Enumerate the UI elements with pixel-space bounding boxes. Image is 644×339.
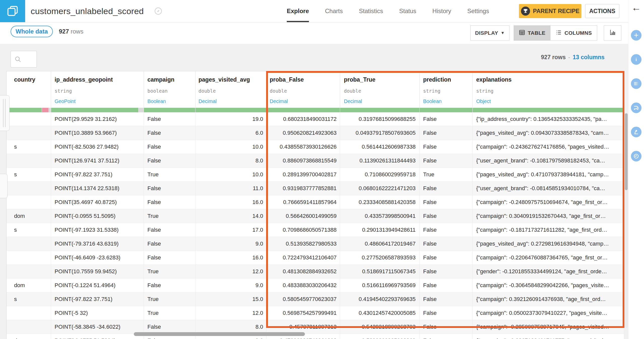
- column-header-proba_True[interactable]: proba_TruedoubleDecimal: [340, 71, 420, 112]
- back-arrow-icon[interactable]: ←: [628, 2, 644, 13]
- left-panel-handle-secondary[interactable]: [0, 174, 8, 198]
- table-cell-campaign[interactable]: False: [144, 112, 195, 126]
- tab-statistics[interactable]: Statistics: [359, 0, 383, 22]
- table-cell-campaign[interactable]: False: [144, 182, 195, 195]
- table-cell-country[interactable]: s: [7, 140, 51, 154]
- table-cell-explanations[interactable]: {"campaign": -0.2436276274176856, "pages…: [473, 140, 624, 154]
- table-cell-proba_True[interactable]: 0.049379178507693605: [340, 126, 420, 140]
- table-cell-prediction[interactable]: False: [420, 334, 473, 339]
- plus-icon[interactable]: [631, 30, 641, 41]
- clock-icon[interactable]: [631, 151, 641, 161]
- table-cell-campaign[interactable]: False: [144, 223, 195, 237]
- table-cell-explanations[interactable]: {"campaign": 0.05002373079410227, "pages…: [473, 306, 624, 320]
- table-cell-proba_True[interactable]: 0.5186917115067345: [340, 265, 420, 278]
- table-cell-proba_True[interactable]: 0.486064172019467: [340, 237, 420, 251]
- table-cell-campaign[interactable]: False: [144, 320, 195, 334]
- table-cell-ip_address_geopoint[interactable]: POINT(29.9529 31.2162): [51, 112, 144, 126]
- table-cell-proba_True[interactable]: 0.5299309925903869: [340, 334, 420, 339]
- table-cell-country[interactable]: dom: [7, 279, 51, 292]
- table-cell-country[interactable]: s: [7, 292, 51, 306]
- table-cell-campaign[interactable]: False: [144, 237, 195, 251]
- left-panel-handle[interactable]: [0, 95, 10, 131]
- table-cell-pages_visited_avg[interactable]: 10.0: [195, 140, 266, 154]
- column-stats-button[interactable]: [604, 25, 621, 41]
- table-cell-explanations[interactable]: {"ip_address_country": 0.136543253333524…: [473, 112, 624, 126]
- lab-icon[interactable]: [631, 127, 641, 137]
- table-cell-campaign[interactable]: False: [144, 279, 195, 292]
- table-cell-proba_False[interactable]: 0.7224793412106407: [266, 251, 340, 264]
- table-cell-explanations[interactable]: {"campaign": -0.22064760887364765, "age_…: [473, 251, 624, 264]
- table-cell-ip_address_geopoint[interactable]: POINT(-0.0955 51.5095): [51, 209, 144, 223]
- table-cell-country[interactable]: [7, 126, 51, 140]
- table-cell-pages_visited_avg[interactable]: 16.0: [195, 251, 266, 264]
- table-cell-pages_visited_avg[interactable]: 19.0: [195, 112, 266, 126]
- table-cell-prediction[interactable]: False: [420, 195, 473, 209]
- table-cell-campaign[interactable]: False: [144, 251, 195, 264]
- meta-column-count[interactable]: 13 columns: [573, 54, 605, 60]
- table-cell-explanations[interactable]: {"campaign": -0.1817173271611282, "age_f…: [473, 223, 624, 237]
- table-cell-ip_address_geopoint[interactable]: POINT(126.9741 37.5112): [51, 154, 144, 167]
- table-cell-ip_address_geopoint[interactable]: POINT(-58.3845 -34.6022): [51, 320, 144, 334]
- table-cell-explanations[interactable]: {"user_agent_brand": -0.0814585193401078…: [473, 182, 624, 195]
- table-cell-proba_False[interactable]: 0.8860973868815549: [266, 154, 340, 167]
- table-cell-pages_visited_avg[interactable]: 10.0: [195, 168, 266, 181]
- table-cell-proba_False[interactable]: 0.2891399700402817: [266, 168, 340, 181]
- table-cell-country[interactable]: s: [7, 168, 51, 181]
- table-cell-country[interactable]: [7, 182, 51, 195]
- table-cell-pages_visited_avg[interactable]: 9.0: [195, 237, 266, 251]
- table-cell-ip_address_geopoint[interactable]: POINT(-79.3716 43.6319): [51, 237, 144, 251]
- table-cell-prediction[interactable]: False: [420, 251, 473, 264]
- table-cell-country[interactable]: [7, 195, 51, 209]
- table-cell-ip_address_geopoint[interactable]: POINT(-82.5036 27.9482): [51, 140, 144, 154]
- table-cell-proba_True[interactable]: 0.23334085881420358: [340, 195, 420, 209]
- table-cell-explanations[interactable]: {"campaign": -0.2867122401711777, "pages…: [473, 334, 624, 339]
- table-cell-country[interactable]: dom: [7, 209, 51, 223]
- table-cell-prediction[interactable]: False: [420, 140, 473, 154]
- table-cell-explanations[interactable]: {"pages_visited_avg": 0.2729819616394948…: [473, 237, 624, 251]
- column-header-proba_False[interactable]: proba_FalsedoubleDecimal: [266, 71, 340, 112]
- table-cell-prediction[interactable]: False: [420, 154, 473, 167]
- tab-explore[interactable]: Explore: [287, 0, 309, 22]
- table-cell-country[interactable]: [7, 320, 51, 334]
- table-cell-proba_False[interactable]: 0.9506208214923063: [266, 126, 340, 140]
- column-header-campaign[interactable]: campaignbooleanBoolean: [144, 71, 195, 112]
- table-cell-pages_visited_avg[interactable]: 16.0: [195, 195, 266, 209]
- table-cell-explanations[interactable]: {"pages_visited_avg": 0.4710793738944181…: [473, 168, 624, 181]
- table-cell-explanations[interactable]: {"campaign": -0.24809757510694674, "age_…: [473, 195, 624, 209]
- table-cell-ip_address_geopoint[interactable]: POINT(-0.0755 51.5834): [51, 334, 144, 339]
- table-cell-ip_address_geopoint[interactable]: POINT(35.4697 40.8725): [51, 195, 144, 209]
- table-cell-proba_False[interactable]: 0.6802318490031172: [266, 112, 340, 126]
- tab-settings[interactable]: Settings: [467, 0, 489, 22]
- table-cell-country[interactable]: s: [7, 223, 51, 237]
- table-cell-campaign[interactable]: False: [144, 195, 195, 209]
- table-cell-ip_address_geopoint[interactable]: POINT(-97.822 37.751): [51, 168, 144, 181]
- table-cell-prediction[interactable]: False: [420, 279, 473, 292]
- table-cell-prediction[interactable]: False: [420, 306, 473, 320]
- table-cell-proba_False[interactable]: 0.5698754257999491: [266, 306, 340, 320]
- table-cell-campaign[interactable]: True: [144, 265, 195, 278]
- table-cell-ip_address_geopoint[interactable]: POINT(-46.6409 -23.6283): [51, 251, 144, 264]
- table-cell-pages_visited_avg[interactable]: 12.0: [195, 306, 266, 320]
- table-cell-ip_address_geopoint[interactable]: POINT(-5 32): [51, 306, 144, 320]
- table-cell-pages_visited_avg[interactable]: 17.0: [195, 223, 266, 237]
- table-cell-prediction[interactable]: False: [420, 223, 473, 237]
- table-cell-proba_True[interactable]: 0.41945402293769635: [340, 292, 420, 306]
- table-cell-campaign[interactable]: False: [144, 154, 195, 167]
- table-cell-pages_visited_avg[interactable]: 11.0: [195, 182, 266, 195]
- table-cell-country[interactable]: [7, 154, 51, 167]
- table-cell-explanations[interactable]: {"campaign": 0.30409191532670443, "age_f…: [473, 209, 624, 223]
- table-cell-proba_False[interactable]: 0.45707811997313: [266, 320, 340, 334]
- table-cell-proba_True[interactable]: 0.5614412606987338: [340, 140, 420, 154]
- table-cell-ip_address_geopoint[interactable]: POINT(114.1374 22.5318): [51, 182, 144, 195]
- navigator-compass-icon[interactable]: [154, 7, 163, 15]
- column-header-explanations[interactable]: explanationsstringObject: [473, 71, 624, 112]
- table-cell-country[interactable]: [7, 112, 51, 126]
- sampling-button[interactable]: Whole data: [11, 26, 53, 37]
- table-cell-prediction[interactable]: False: [420, 112, 473, 126]
- table-cell-proba_False[interactable]: 0.4833883030206432: [266, 279, 340, 292]
- table-cell-proba_True[interactable]: 0.43012457420005085: [340, 306, 420, 320]
- table-cell-proba_True[interactable]: 0.433573998500941: [340, 209, 420, 223]
- table-cell-prediction[interactable]: False: [420, 265, 473, 278]
- table-cell-country[interactable]: [7, 306, 51, 320]
- table-cell-pages_visited_avg[interactable]: 15.0: [195, 292, 266, 306]
